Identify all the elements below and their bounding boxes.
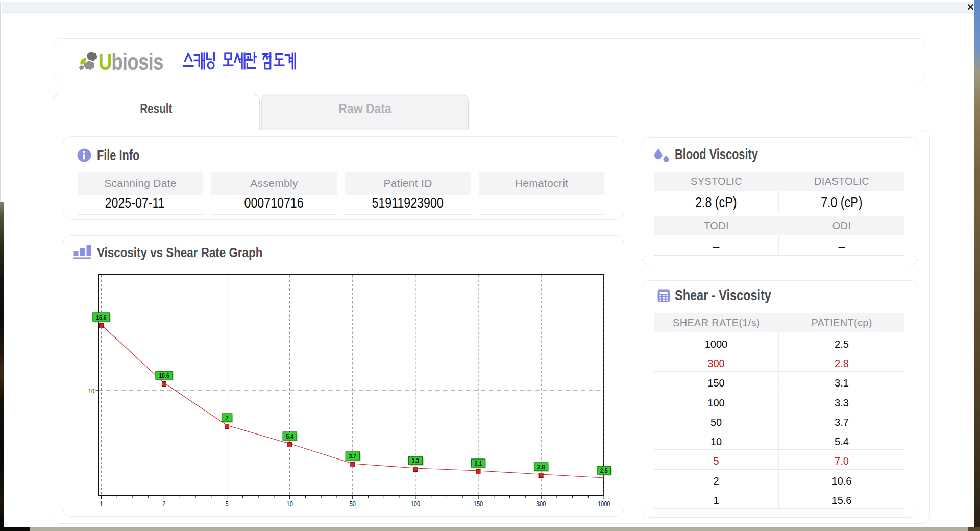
svg-text:10: 10	[287, 499, 293, 508]
svg-text:300: 300	[536, 499, 546, 508]
svg-text:10.6: 10.6	[159, 372, 169, 379]
svg-text:5: 5	[226, 499, 229, 508]
svg-text:2: 2	[162, 499, 165, 508]
svg-text:5.4: 5.4	[286, 432, 293, 440]
svg-text:U: U	[99, 49, 112, 74]
svg-text:100: 100	[411, 499, 420, 508]
svg-text:3.7: 3.7	[349, 452, 356, 460]
svg-text:Viscosity vs Shear Rate Graph: Viscosity vs Shear Rate Graph	[97, 244, 262, 260]
svg-text:biosis: biosis	[111, 49, 163, 74]
svg-text:3.1: 3.1	[475, 460, 482, 467]
svg-text:3.3: 3.3	[412, 457, 420, 464]
svg-text:1: 1	[100, 499, 103, 508]
svg-text:50: 50	[350, 499, 356, 508]
svg-text:150: 150	[474, 499, 483, 508]
svg-text:7: 7	[226, 414, 229, 421]
svg-text:2.8: 2.8	[537, 463, 545, 470]
svg-text:1000: 1000	[598, 499, 610, 508]
svg-text:10: 10	[88, 387, 94, 395]
svg-text:2.5: 2.5	[600, 467, 608, 474]
svg-text:15.6: 15.6	[96, 313, 107, 321]
